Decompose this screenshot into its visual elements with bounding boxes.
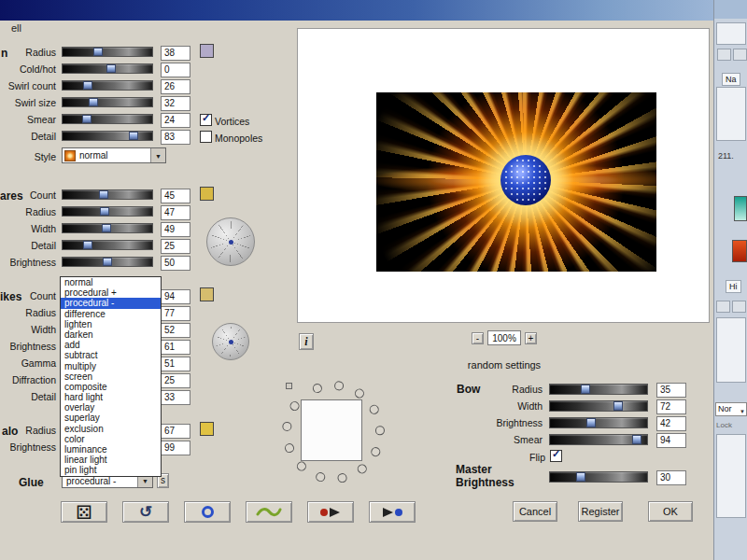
- info-button[interactable]: i: [299, 333, 314, 350]
- cancel-button[interactable]: Cancel: [513, 501, 557, 522]
- zoom-out-button[interactable]: -: [472, 332, 484, 344]
- sun-coldhot-slider[interactable]: [62, 63, 153, 74]
- blend-menu-item[interactable]: screen: [61, 371, 161, 382]
- blend-menu-item[interactable]: exclusion: [61, 424, 161, 434]
- slider-thumb[interactable]: [93, 48, 103, 56]
- panel-icon-button[interactable]: [732, 301, 746, 313]
- slider-thumb[interactable]: [83, 241, 92, 249]
- blend-menu-item[interactable]: linear light: [61, 455, 161, 465]
- apply-blue-button[interactable]: [369, 501, 416, 523]
- spikes-brightness-value[interactable]: 61: [161, 340, 190, 355]
- blend-menu-item[interactable]: color: [61, 434, 161, 444]
- bow-radius-slider[interactable]: [549, 384, 648, 395]
- slider-thumb[interactable]: [632, 435, 641, 444]
- blend-menu-item[interactable]: hard light: [61, 392, 161, 402]
- layer-blend-dropdown[interactable]: Nor▼: [715, 402, 747, 416]
- slider-thumb[interactable]: [99, 190, 108, 199]
- sun-swirlsize-slider[interactable]: [62, 97, 153, 107]
- slider-thumb[interactable]: [129, 132, 138, 140]
- bow-brightness-slider[interactable]: [549, 417, 648, 428]
- sun-smear-value[interactable]: 24: [161, 113, 190, 128]
- flares-count-slider[interactable]: [62, 189, 153, 200]
- blend-menu-item[interactable]: difference: [61, 309, 161, 319]
- spikes-diffraction-value[interactable]: 25: [161, 373, 190, 388]
- blend-menu-item[interactable]: multiply: [61, 361, 161, 371]
- flip-checkbox[interactable]: ✓: [550, 450, 562, 462]
- zoom-level[interactable]: 100%: [487, 330, 521, 345]
- sun-coldhot-value[interactable]: 0: [161, 63, 190, 77]
- blend-menu-item[interactable]: superlay: [61, 413, 161, 423]
- panel-icon-button[interactable]: [717, 49, 731, 61]
- slider-thumb[interactable]: [102, 224, 111, 232]
- undo-button[interactable]: ↺: [122, 501, 169, 523]
- slider-thumb[interactable]: [613, 401, 623, 411]
- sun-detail-value[interactable]: 83: [161, 130, 190, 145]
- background-color-swatch[interactable]: [732, 240, 747, 262]
- blend-menu-item[interactable]: darken: [61, 329, 161, 340]
- sun-color-swatch[interactable]: [200, 44, 214, 58]
- blend-menu-item[interactable]: composite: [61, 382, 161, 392]
- bow-width-value[interactable]: 72: [656, 399, 686, 414]
- flares-width-value[interactable]: 49: [161, 222, 190, 237]
- sun-radius-slider[interactable]: [62, 47, 153, 57]
- ok-button[interactable]: OK: [648, 501, 693, 522]
- sun-detail-slider[interactable]: [62, 131, 153, 141]
- slider-thumb[interactable]: [586, 418, 596, 427]
- register-button[interactable]: Register: [578, 501, 623, 522]
- blend-menu-item-selected[interactable]: procedural -: [61, 298, 161, 308]
- halo-color-swatch[interactable]: [200, 422, 214, 436]
- spikes-color-swatch[interactable]: [200, 287, 214, 301]
- flares-radius-value[interactable]: 47: [161, 205, 190, 220]
- spikes-angle-knob[interactable]: [212, 323, 249, 360]
- bow-radius-value[interactable]: 35: [656, 383, 686, 398]
- blend-menu-item[interactable]: add: [61, 340, 161, 350]
- flares-detail-slider[interactable]: [62, 240, 153, 250]
- spikes-width-value[interactable]: 52: [161, 323, 190, 338]
- blend-menu-item[interactable]: normal: [61, 277, 161, 287]
- apply-red-button[interactable]: [307, 501, 354, 523]
- flares-radius-slider[interactable]: [62, 206, 153, 217]
- flares-width-slider[interactable]: [62, 223, 153, 233]
- flares-detail-value[interactable]: 25: [161, 239, 190, 254]
- blend-menu-item[interactable]: luminance: [61, 444, 161, 455]
- slider-thumb[interactable]: [581, 385, 590, 394]
- slider-thumb[interactable]: [103, 258, 112, 266]
- sun-smear-slider[interactable]: [62, 114, 153, 124]
- random-dice-button[interactable]: ⚄: [61, 501, 107, 523]
- bow-smear-slider[interactable]: [549, 434, 648, 445]
- halo-radius-value[interactable]: 67: [161, 424, 190, 439]
- slider-thumb[interactable]: [576, 472, 585, 482]
- position-preview-box[interactable]: [301, 399, 362, 461]
- history-tab[interactable]: Hi: [726, 280, 741, 293]
- slider-thumb[interactable]: [83, 81, 92, 90]
- style-dropdown[interactable]: normal ▼: [62, 147, 166, 163]
- navigator-tab[interactable]: Na: [722, 73, 740, 86]
- wave-button[interactable]: [246, 501, 292, 523]
- vortices-checkbox[interactable]: ✓: [200, 114, 212, 126]
- halo-brightness-value[interactable]: 99: [161, 441, 190, 455]
- flares-color-swatch[interactable]: [200, 187, 214, 201]
- slider-thumb[interactable]: [82, 115, 92, 123]
- master-brightness-value[interactable]: 30: [656, 470, 686, 485]
- flares-brightness-slider[interactable]: [62, 257, 153, 267]
- flares-brightness-value[interactable]: 50: [161, 256, 190, 271]
- blend-menu-item[interactable]: overlay: [61, 402, 161, 413]
- reset-circle-button[interactable]: [184, 501, 231, 523]
- sun-swirlcount-slider[interactable]: [62, 80, 153, 91]
- bow-brightness-value[interactable]: 42: [656, 416, 686, 431]
- slider-thumb[interactable]: [100, 207, 109, 216]
- monopoles-checkbox[interactable]: ✓: [200, 131, 212, 143]
- spikes-radius-value[interactable]: 77: [161, 306, 190, 321]
- bow-width-slider[interactable]: [549, 400, 648, 412]
- flares-count-value[interactable]: 45: [161, 189, 190, 203]
- window-titlebar[interactable]: [0, 0, 713, 21]
- flares-angle-knob[interactable]: [206, 217, 255, 266]
- spikes-gamma-value[interactable]: 51: [161, 357, 190, 371]
- panel-icon-button[interactable]: [733, 49, 747, 61]
- bow-smear-value[interactable]: 94: [656, 433, 686, 448]
- blend-menu-item[interactable]: lighten: [61, 319, 161, 329]
- slider-thumb[interactable]: [106, 64, 116, 73]
- panel-icon-button[interactable]: [716, 301, 730, 313]
- sun-radius-value[interactable]: 38: [161, 46, 190, 61]
- sun-swirlsize-value[interactable]: 32: [161, 96, 190, 111]
